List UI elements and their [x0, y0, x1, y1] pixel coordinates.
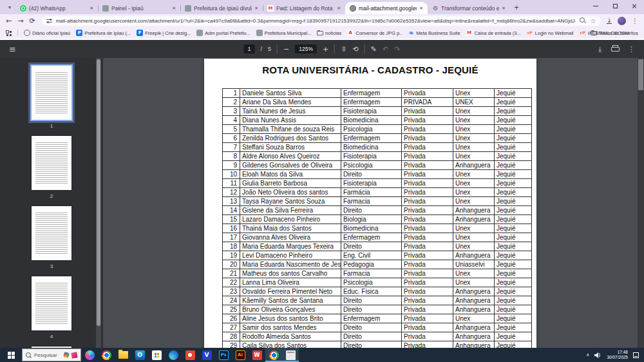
print-icon[interactable]	[611, 46, 618, 52]
page-thumbnail[interactable]	[32, 276, 71, 330]
sidebar-scrollbar-thumb[interactable]	[97, 59, 100, 326]
browser-menu-icon[interactable]: ⋮	[632, 17, 638, 24]
tab-close-icon[interactable]: ✕	[172, 6, 176, 11]
browser-tab[interactable]: MFwd: Listagem do Rota Univers✕	[263, 2, 345, 14]
taskbar-app-outlook[interactable]: O	[131, 348, 148, 362]
tab-search-chevron-icon[interactable]: ▾	[4, 1, 15, 13]
new-tab-button[interactable]: +	[510, 1, 523, 14]
taskbar-app-photos[interactable]	[182, 348, 198, 362]
taskbar-app-illustrator[interactable]: Ai	[232, 348, 249, 362]
close-button[interactable]	[625, 0, 644, 12]
table-cell: 26	[223, 314, 240, 323]
start-button[interactable]	[0, 348, 22, 362]
bookmark-item[interactable]: FFreepik | Crie desig...	[137, 30, 191, 36]
thumbnail-sidebar: 12345	[0, 58, 103, 348]
bookmark-item[interactable]: Prefeitura Municipal...	[256, 30, 311, 36]
fit-page-icon[interactable]: ⇳	[341, 45, 346, 53]
table-row: 3Tainá Nunes de JesusFisioterapiaPrivada…	[223, 107, 532, 116]
zoom-in-button[interactable]: +	[323, 45, 328, 53]
tab-close-icon[interactable]: ✕	[419, 6, 423, 11]
maximize-icon	[613, 4, 618, 8]
taskbar-clock[interactable]: 17:48 30/07/2025	[607, 350, 628, 361]
bookmark-item[interactable]: Adm portal Prefeitu...	[196, 30, 250, 36]
page-thumbnail[interactable]	[32, 66, 71, 120]
taskbar-app-chrome[interactable]	[98, 348, 115, 362]
page-scrollbar[interactable]	[638, 58, 644, 348]
table-cell: Privada	[402, 116, 453, 125]
table-cell: 20	[223, 260, 240, 269]
table-cell: Anhanguera	[453, 287, 495, 296]
taskbar-search-input[interactable]: Pesquisar	[22, 348, 81, 361]
bookmark-star-icon[interactable]: ☆	[590, 17, 596, 24]
forward-icon[interactable]: →	[17, 17, 23, 24]
page-thumbnail[interactable]	[32, 206, 71, 260]
table-cell: Privada	[402, 215, 453, 224]
bookmark-item[interactable]: ∞Meta Business Suite	[408, 30, 460, 36]
table-cell: Unex	[453, 179, 495, 188]
pdf-more-icon[interactable]: ⋮	[628, 45, 635, 53]
table-cell: Rodolfo Almeida Santos	[240, 332, 341, 341]
rotate-icon[interactable]: ⟲	[352, 45, 358, 53]
table-cell: Eloah Matos da Silva	[240, 170, 341, 179]
table-cell: Jequié	[495, 287, 532, 296]
zoom-page-icon[interactable]	[580, 17, 586, 24]
pdf-toolbar: ≡ 1 / 5 − 125% + ⇳ ⟲ ✎ ↶ ↷ ⤓ ⋮	[0, 40, 644, 58]
taskbar-app-vapp[interactable]: V	[198, 348, 215, 362]
table-cell: Enfermagem	[341, 134, 402, 143]
system-tray: ∧ 17:48 30/07/2025	[586, 350, 644, 361]
downloads-icon[interactable]: ↓	[607, 18, 612, 24]
zoom-out-button[interactable]: −	[283, 45, 289, 53]
tab-close-icon[interactable]: ✕	[254, 6, 258, 11]
url-input[interactable]: mail-attachment.googleusercontent.com/at…	[41, 16, 601, 26]
browser-tab[interactable]: Prefeitura de Ipiaú divulga lista✕	[180, 2, 263, 14]
sidebar-scrollbar[interactable]	[96, 58, 101, 348]
browser-tab[interactable]: Painel - Ipiaú✕	[98, 2, 180, 14]
bookmark-item[interactable]: PPrefeitura de Ipiaú (...	[76, 30, 131, 36]
reload-icon[interactable]: ⟳	[29, 17, 35, 24]
pdf-menu-icon[interactable]: ≡	[9, 44, 16, 54]
tab-close-icon[interactable]: ✕	[502, 6, 506, 11]
download-icon[interactable]: ⤓	[598, 45, 601, 53]
taskbar-app-copilot[interactable]	[81, 348, 98, 362]
profile-avatar[interactable]	[618, 17, 626, 25]
speaker-icon[interactable]	[594, 352, 601, 358]
back-icon[interactable]: ←	[6, 17, 12, 24]
browser-tab[interactable]: mail-attachment.googleuserco✕	[345, 2, 428, 14]
table-cell: Unex	[453, 152, 495, 161]
all-bookmarks-button[interactable]: Todos os favoritos	[585, 30, 638, 36]
taskbar-app-explorer[interactable]	[115, 348, 131, 362]
notifications-icon[interactable]	[633, 352, 639, 358]
taskbar-app-wondershare[interactable]: W	[249, 348, 265, 362]
tray-expand-icon[interactable]: ∧	[586, 352, 589, 357]
taskbar-app-store[interactable]	[148, 348, 165, 362]
page-scrollbar-thumb[interactable]	[638, 59, 643, 90]
search-highlight-icon[interactable]	[63, 352, 70, 358]
redo-icon[interactable]: ↷	[394, 45, 400, 53]
browser-tab[interactable]: (42) WhatsApp✕	[15, 2, 98, 14]
bookmark-item[interactable]: Diário oficial Ipiaú	[24, 30, 70, 36]
minimize-button[interactable]	[586, 0, 605, 12]
annotate-pen-icon[interactable]: ✎	[371, 45, 377, 53]
table-cell: 12	[223, 188, 240, 197]
bookmark-item[interactable]: AConversor de JPG p...	[347, 30, 402, 36]
site-settings-icon[interactable]	[46, 18, 52, 24]
table-cell: Jequié	[495, 107, 532, 116]
search-highlight-card-icon[interactable]	[71, 352, 77, 358]
apps-grid-icon[interactable]	[6, 30, 12, 36]
page-number-input[interactable]: 1	[244, 44, 255, 53]
browser-tab[interactable]: ⚙Transformar conteúdo em texto✕	[428, 2, 510, 14]
taskbar-app-photoshop[interactable]: Ps	[215, 348, 232, 362]
tab-close-icon[interactable]: ✕	[337, 6, 341, 11]
taskbar-app-viewer[interactable]	[282, 348, 299, 362]
taskbar-app-edge[interactable]	[165, 348, 182, 362]
bookmark-item[interactable]: noticias	[317, 30, 341, 36]
taskbar-app-chrome[interactable]	[265, 348, 282, 362]
maximize-button[interactable]	[605, 0, 625, 12]
page-thumbnail[interactable]	[32, 136, 71, 190]
tab-close-icon[interactable]: ✕	[90, 6, 93, 11]
undo-icon[interactable]: ↶	[383, 45, 388, 53]
bookmark-item[interactable]: MCaixa de entrada (3...	[466, 30, 521, 36]
meta-icon: ∞	[408, 30, 414, 36]
bookmark-item[interactable]: cPLogin no Webmail	[527, 30, 574, 36]
zoom-level: 125%	[295, 44, 317, 53]
